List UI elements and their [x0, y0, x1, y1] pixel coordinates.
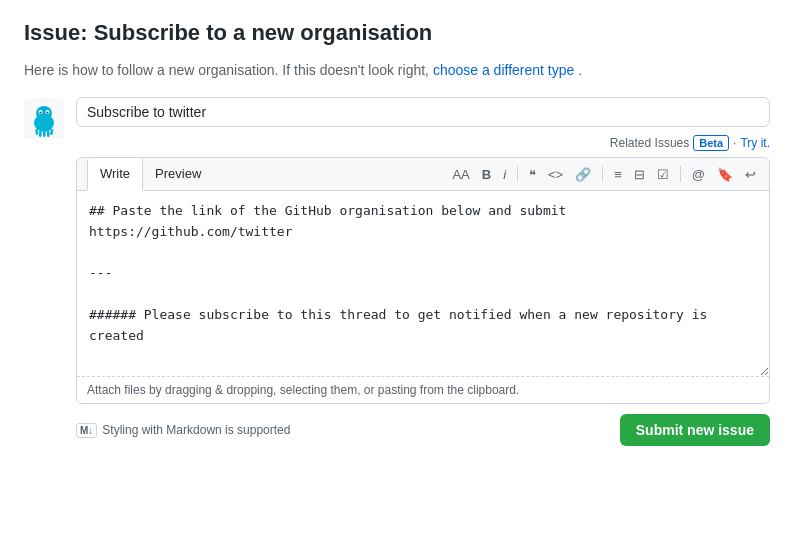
editor-toolbar: AA B i ❝ <> 🔗 ≡ ⊟ ☑ @ 🔖 ↩ [449, 165, 759, 184]
toolbar-reference[interactable]: 🔖 [714, 165, 736, 184]
svg-point-5 [40, 112, 42, 114]
description-text-suffix: . [578, 62, 582, 78]
page-description: Here is how to follow a new organisation… [24, 60, 770, 81]
toolbar-sep-3 [680, 166, 681, 182]
editor-footer: M↓ Styling with Markdown is supported Su… [76, 414, 770, 446]
tab-preview[interactable]: Preview [143, 158, 213, 191]
toolbar-sep-1 [517, 166, 518, 182]
choose-type-link[interactable]: choose a different type [433, 62, 574, 78]
toolbar-heading[interactable]: AA [449, 165, 472, 184]
toolbar-code[interactable]: <> [545, 165, 566, 184]
description-text-middle: If this doesn't look right, [282, 62, 433, 78]
submit-button[interactable]: Submit new issue [620, 414, 770, 446]
svg-point-2 [36, 106, 52, 120]
toolbar-reply[interactable]: ↩ [742, 165, 759, 184]
toolbar-mention[interactable]: @ [689, 165, 708, 184]
editor-textarea[interactable]: ## Paste the link of the GitHub organisa… [77, 191, 769, 376]
editor-body: ## Paste the link of the GitHub organisa… [77, 191, 769, 376]
page-title: Issue: Subscribe to a new organisation [24, 20, 770, 46]
toolbar-sep-2 [602, 166, 603, 182]
avatar [24, 99, 64, 139]
title-input[interactable] [76, 97, 770, 127]
toolbar-ordered-list[interactable]: ⊟ [631, 165, 648, 184]
toolbar-italic[interactable]: i [500, 165, 509, 184]
tab-write[interactable]: Write [87, 158, 143, 191]
svg-rect-10 [47, 131, 50, 137]
toolbar-bold[interactable]: B [479, 165, 494, 184]
editor-container: Write Preview AA B i ❝ <> 🔗 ≡ ⊟ ☑ @ [76, 157, 770, 404]
svg-point-6 [47, 112, 49, 114]
form-container: Related Issues Beta · Try it. Write Prev… [24, 97, 770, 446]
toolbar-link[interactable]: 🔗 [572, 165, 594, 184]
attach-text: Attach files by dragging & dropping, sel… [87, 383, 519, 397]
toolbar-quote[interactable]: ❝ [526, 165, 539, 184]
description-text-prefix: Here is how to follow a new organisation… [24, 62, 278, 78]
editor-header: Write Preview AA B i ❝ <> 🔗 ≡ ⊟ ☑ @ [77, 158, 769, 191]
toolbar-task-list[interactable]: ☑ [654, 165, 672, 184]
try-it-link[interactable]: Try it. [740, 136, 770, 150]
markdown-icon: M↓ [76, 423, 97, 438]
beta-badge: Beta [693, 135, 729, 151]
editor-tabs: Write Preview [87, 158, 213, 190]
attach-bar: Attach files by dragging & dropping, sel… [77, 376, 769, 403]
markdown-label: Styling with Markdown is supported [102, 423, 290, 437]
svg-rect-9 [43, 131, 46, 137]
related-issues-label: Related Issues [610, 136, 689, 150]
svg-rect-8 [39, 131, 42, 137]
related-issues-bar: Related Issues Beta · Try it. [76, 135, 770, 151]
related-issues-separator: · [733, 136, 736, 150]
toolbar-unordered-list[interactable]: ≡ [611, 165, 625, 184]
markdown-hint: M↓ Styling with Markdown is supported [76, 423, 290, 438]
issue-form: Related Issues Beta · Try it. Write Prev… [76, 97, 770, 446]
